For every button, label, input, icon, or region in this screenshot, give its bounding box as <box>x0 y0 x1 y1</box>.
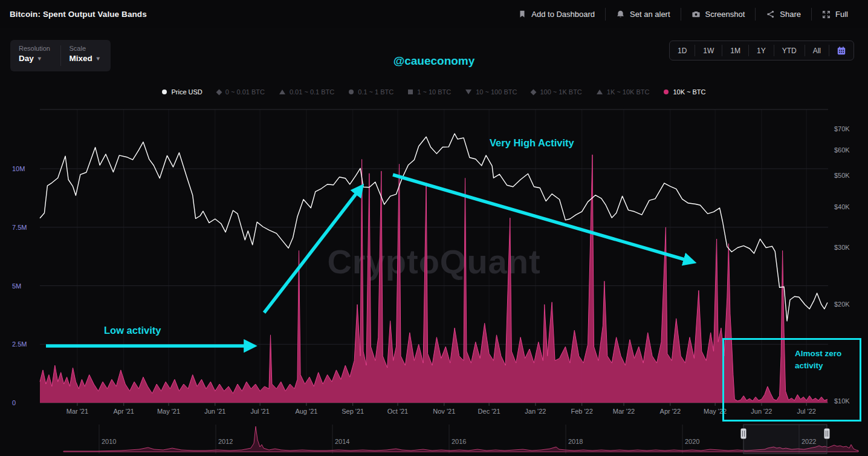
navigator-selection[interactable] <box>743 425 827 454</box>
full-button[interactable]: Full <box>812 10 858 19</box>
range-1d-button[interactable]: 1D <box>670 41 695 60</box>
bookmark-icon <box>518 10 526 19</box>
page-title: Bitcoin: Spent Output Value Bands <box>10 10 147 19</box>
legend-marker <box>162 90 167 94</box>
header-actions: Add to DashboardSet an alertScreenshotSh… <box>508 8 858 21</box>
x-axis-tick: Aug '21 <box>295 408 317 415</box>
expand-icon <box>822 10 831 19</box>
x-axis-tick: Dec '21 <box>478 408 500 415</box>
main-chart: CryptoQuant02.5M5M7.5M10M$10K$20K$30K$40… <box>0 0 868 456</box>
legend-item-price-usd[interactable]: Price USD <box>162 88 202 96</box>
social-handle: @caueconomy <box>394 54 475 68</box>
range-1m-button[interactable]: 1M <box>722 41 748 60</box>
legend-item-0-01-0-1-btc[interactable]: 0.01 ~ 0.1 BTC <box>279 88 334 96</box>
legend-item-0-1-1-btc[interactable]: 0.1 ~ 1 BTC <box>349 88 394 96</box>
range-1y-button[interactable]: 1Y <box>749 41 774 60</box>
right-axis-tick: $50K <box>834 172 850 179</box>
navigator-year-label: 2010 <box>102 438 116 445</box>
navigator-year-label: 2016 <box>452 438 466 445</box>
navigator-year-label: 2012 <box>218 438 233 445</box>
legend-label: 10K ~ BTC <box>673 88 705 96</box>
resolution-value: Day <box>19 54 34 63</box>
left-axis-tick: 7.5M <box>12 224 27 231</box>
time-range-selector: 1D1W1M1YYTDAll <box>669 41 854 60</box>
navigator-year-label: 2018 <box>568 438 583 445</box>
legend-item-10-100-btc[interactable]: 10 ~ 100 BTC <box>465 88 517 96</box>
x-axis-tick: Mar '21 <box>66 408 88 415</box>
legend-marker <box>664 90 669 94</box>
navigator-year-label: 2020 <box>685 438 699 445</box>
x-axis-tick: Jan '22 <box>525 408 546 415</box>
left-axis-tick: 2.5M <box>12 340 27 348</box>
scale-label: Scale <box>70 45 111 52</box>
range-all-button[interactable]: All <box>805 41 829 60</box>
share-button[interactable]: Share <box>756 10 811 19</box>
x-axis-tick: Oct '21 <box>387 408 409 415</box>
x-axis-tick: Jun '22 <box>751 408 772 415</box>
legend-marker <box>597 90 603 94</box>
legend-marker <box>349 90 354 94</box>
left-axis-tick: 0 <box>12 399 16 406</box>
legend-label: 0.01 ~ 0.1 BTC <box>290 88 334 96</box>
navigator-handle-right[interactable] <box>824 429 830 439</box>
navigator-year-label: 2014 <box>335 438 349 445</box>
legend-marker <box>216 89 222 95</box>
resolution-dropdown[interactable]: Resolution Day▾ <box>10 40 60 71</box>
chart-controls: Resolution Day▾ Scale Mixed▾ <box>10 40 111 71</box>
almost-zero-activity-box <box>724 339 861 421</box>
legend-item-1k-10k-btc[interactable]: 1K ~ 10K BTC <box>597 88 650 96</box>
bell-icon <box>616 10 625 19</box>
right-axis-tick: $40K <box>834 203 850 210</box>
x-axis-tick: Jul '21 <box>250 408 269 415</box>
legend-item-100-1k-btc[interactable]: 100 ~ 1K BTC <box>531 88 581 96</box>
x-axis-tick: Jul '22 <box>797 408 815 415</box>
left-axis-tick: 5M <box>12 282 21 290</box>
x-axis-tick: Jun '21 <box>204 408 225 415</box>
calendar-icon[interactable] <box>829 41 853 60</box>
right-axis-tick: $60K <box>834 146 850 154</box>
x-axis-tick: Mar '22 <box>613 408 635 415</box>
x-axis-tick: May '21 <box>157 408 180 415</box>
range-1w-button[interactable]: 1W <box>695 41 722 60</box>
legend-marker <box>408 90 413 94</box>
right-axis-tick: $10K <box>834 397 850 405</box>
legend-marker <box>531 89 537 95</box>
set-an-alert-button[interactable]: Set an alert <box>606 10 681 19</box>
legend-item-0-0-01-btc[interactable]: 0 ~ 0.01 BTC <box>217 88 265 96</box>
x-axis-tick: Nov '21 <box>433 408 455 415</box>
right-axis-tick: $20K <box>834 301 850 308</box>
legend-label: 1K ~ 10K BTC <box>607 88 650 96</box>
left-axis-tick: 10M <box>12 165 25 172</box>
legend-label: 10 ~ 100 BTC <box>476 88 517 96</box>
legend-item-1-10-btc[interactable]: 1 ~ 10 BTC <box>408 88 451 96</box>
resolution-label: Resolution <box>19 45 60 52</box>
legend-label: 0 ~ 0.01 BTC <box>225 88 265 96</box>
screenshot-button[interactable]: Screenshot <box>681 10 756 19</box>
timeline-navigator[interactable]: 2010201220142016201820202022 <box>63 425 858 454</box>
right-axis-tick: $30K <box>834 244 850 251</box>
chart-legend: Price USD0 ~ 0.01 BTC0.01 ~ 0.1 BTC0.1 ~… <box>0 88 868 96</box>
right-axis-tick: $70K <box>834 125 850 132</box>
x-axis-tick: Apr '21 <box>113 408 134 415</box>
x-axis-tick: Feb '22 <box>571 408 592 415</box>
scale-value: Mixed <box>70 54 92 63</box>
chevron-down-icon: ▾ <box>97 55 100 62</box>
scale-dropdown[interactable]: Scale Mixed▾ <box>61 40 111 71</box>
chevron-down-icon: ▾ <box>38 55 41 62</box>
legend-label: 0.1 ~ 1 BTC <box>358 88 394 96</box>
navigator-handle-left[interactable] <box>741 429 747 439</box>
legend-label: 1 ~ 10 BTC <box>417 88 451 96</box>
legend-item-10k-btc[interactable]: 10K ~ BTC <box>664 88 705 96</box>
share-icon <box>766 10 775 19</box>
header: Bitcoin: Spent Output Value Bands Add to… <box>0 0 868 28</box>
legend-marker <box>465 90 471 94</box>
range-ytd-button[interactable]: YTD <box>774 41 805 60</box>
x-axis-tick: Sep '21 <box>342 408 364 415</box>
legend-marker <box>279 90 285 94</box>
camera-icon <box>691 10 701 19</box>
x-axis-tick: Apr '22 <box>660 408 681 415</box>
add-to-dashboard-button[interactable]: Add to Dashboard <box>508 10 605 19</box>
cryptoquant-page: CryptoQuant02.5M5M7.5M10M$10K$20K$30K$40… <box>0 0 868 456</box>
legend-label: Price USD <box>171 88 202 96</box>
legend-label: 100 ~ 1K BTC <box>540 88 581 96</box>
